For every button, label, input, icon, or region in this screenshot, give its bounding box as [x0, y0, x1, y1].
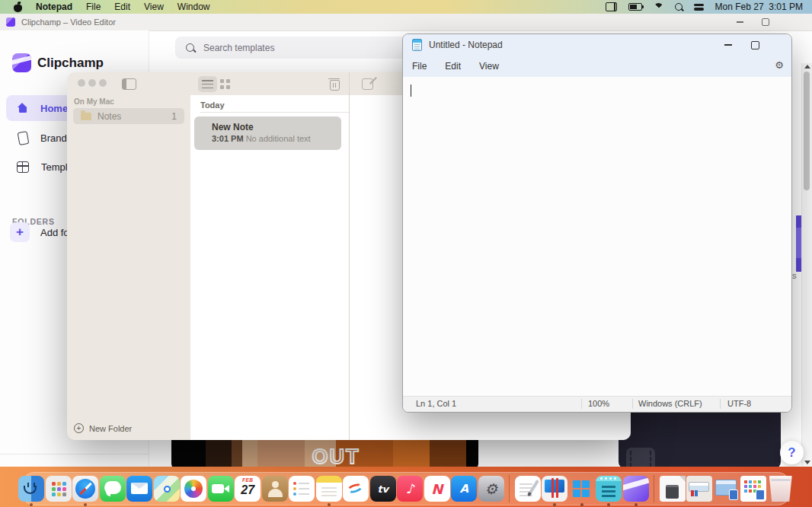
- cursor-position: Ln 1, Col 1: [416, 399, 456, 408]
- search-icon: [186, 43, 194, 52]
- dock-clipchamp-icon[interactable]: [623, 474, 649, 504]
- dock-windows-app-window-icon[interactable]: [686, 474, 712, 504]
- dock-apple-tv-icon[interactable]: tv: [370, 474, 396, 504]
- minimize-button[interactable]: [721, 38, 735, 52]
- dock-safari-icon[interactable]: [72, 474, 98, 504]
- dock-mail-icon[interactable]: [126, 474, 152, 504]
- dock-windows-app-table-icon[interactable]: [714, 474, 740, 504]
- running-indicator: [580, 503, 583, 506]
- apple-menu-icon[interactable]: [14, 2, 22, 12]
- sidebar-toggle-icon[interactable]: [122, 78, 136, 90]
- dock-system-settings-icon[interactable]: ⚙: [478, 474, 504, 504]
- menu-edit[interactable]: Edit: [436, 61, 470, 72]
- folder-count: 1: [171, 111, 177, 122]
- notepad-status-bar: Ln 1, Col 1 100% Windows (CRLF) UTF-8: [403, 396, 791, 412]
- help-button[interactable]: ?: [780, 441, 804, 464]
- windows-app-window-app-icon: [686, 476, 712, 502]
- minimize-traffic-light[interactable]: [88, 79, 96, 87]
- dock-divider: [654, 475, 654, 502]
- dock-messages-icon[interactable]: [100, 474, 126, 504]
- menu-bar: Notepad File Edit View Window Mon Feb 27…: [0, 0, 812, 14]
- battery-icon[interactable]: [628, 3, 642, 11]
- list-group-header: Today: [200, 100, 225, 110]
- menu-view[interactable]: View: [144, 2, 164, 12]
- dock-music-icon[interactable]: ♪: [397, 474, 423, 504]
- dock-maps-icon[interactable]: [154, 474, 180, 504]
- notes-app-icon: [316, 476, 342, 502]
- wifi-icon[interactable]: [654, 3, 663, 13]
- home-icon: [17, 103, 28, 113]
- note-preview: No additional text: [246, 134, 311, 143]
- list-view-button[interactable]: [198, 76, 217, 92]
- maximize-button[interactable]: [748, 38, 762, 52]
- dock-finder-icon[interactable]: [18, 474, 44, 504]
- active-app-name[interactable]: Notepad: [36, 2, 72, 12]
- dock-contacts-icon[interactable]: [262, 474, 288, 504]
- clipchamp-titlebar[interactable]: Clipchamp – Video Editor: [0, 14, 812, 31]
- notepad-app-icon: [596, 476, 622, 502]
- scrollbar-thumb[interactable]: [804, 72, 810, 190]
- messages-app-icon: [100, 476, 126, 502]
- delete-note-icon[interactable]: [330, 80, 340, 91]
- page-scrollbar[interactable]: [801, 63, 812, 467]
- dock-notes-icon[interactable]: [316, 474, 342, 504]
- clipchamp-window-title: Clipchamp – Video Editor: [21, 18, 116, 27]
- new-folder-button[interactable]: + New Folder: [74, 423, 132, 433]
- menu-window[interactable]: Window: [177, 2, 210, 12]
- zoom-traffic-light[interactable]: [99, 79, 107, 87]
- dock-parallels-desktop-icon[interactable]: [542, 474, 567, 504]
- dock-launchpad-icon[interactable]: [46, 474, 72, 504]
- minimize-button[interactable]: [734, 17, 745, 27]
- running-indicator: [635, 503, 638, 506]
- compose-note-icon[interactable]: [362, 78, 373, 90]
- scroll-down-icon[interactable]: [804, 461, 810, 464]
- menu-file[interactable]: File: [86, 2, 101, 12]
- dock-windows-11-icon[interactable]: [569, 474, 595, 504]
- dock-windows-app-grid-icon[interactable]: [740, 474, 766, 504]
- folder-name: Notes: [98, 111, 121, 122]
- note-list-item[interactable]: New Note 3:01 PM No additional text: [194, 116, 341, 150]
- notepad-titlebar[interactable]: Untitled - Notepad: [403, 34, 791, 56]
- control-center-icon[interactable]: [694, 4, 704, 11]
- clipchamp-window-icon: [6, 18, 15, 27]
- menu-bar-clock[interactable]: Mon Feb 27 3:01 PM: [715, 2, 803, 12]
- textedit-app-icon: [515, 476, 541, 502]
- notepad-text-area[interactable]: [403, 77, 791, 397]
- clipchamp-brand: Clipchamp: [37, 56, 104, 71]
- display-icon[interactable]: [606, 2, 617, 11]
- menu-edit[interactable]: Edit: [114, 2, 130, 12]
- gallery-view-icon[interactable]: [220, 79, 231, 90]
- template-title-line2: OUT: [206, 446, 466, 467]
- dock-facetime-icon[interactable]: [208, 474, 234, 504]
- dock-trash-icon[interactable]: [768, 474, 794, 504]
- app-store-app-icon: A: [451, 476, 477, 502]
- dock-app-store-icon[interactable]: A: [451, 474, 477, 504]
- menu-file[interactable]: File: [403, 61, 436, 72]
- search-placeholder: Search templates: [203, 43, 274, 53]
- trash-app-icon: [768, 476, 794, 502]
- dock-news-icon[interactable]: N: [424, 474, 450, 504]
- calendar-app-icon: FEB27: [235, 476, 261, 502]
- dock-calendar-icon[interactable]: FEB27: [235, 474, 261, 504]
- folder-icon: [81, 113, 91, 120]
- clipchamp-logo-icon: [12, 53, 31, 72]
- running-indicator: [328, 503, 331, 506]
- notes-folder-row[interactable]: Notes 1: [73, 108, 184, 124]
- maximize-button[interactable]: [760, 17, 771, 27]
- reminders-app-icon: [289, 476, 315, 502]
- dock-textedit-icon[interactable]: [515, 474, 541, 504]
- dock-windows-document-icon[interactable]: [660, 474, 686, 504]
- launchpad-app-icon: [46, 476, 72, 502]
- menu-view[interactable]: View: [470, 61, 508, 72]
- line-ending: Windows (CRLF): [638, 399, 702, 408]
- clipchamp-app-icon: [623, 476, 649, 502]
- dock-notepad-icon[interactable]: [596, 474, 622, 504]
- dock-freeform-icon[interactable]: [343, 474, 369, 504]
- safari-app-icon: [72, 476, 98, 502]
- close-traffic-light[interactable]: [78, 79, 85, 87]
- dock-photos-icon[interactable]: [181, 474, 206, 504]
- dock-reminders-icon[interactable]: [289, 474, 315, 504]
- scroll-up-icon[interactable]: [804, 65, 810, 69]
- spotlight-icon[interactable]: [675, 3, 683, 11]
- notepad-settings-icon[interactable]: ⚙: [775, 60, 784, 70]
